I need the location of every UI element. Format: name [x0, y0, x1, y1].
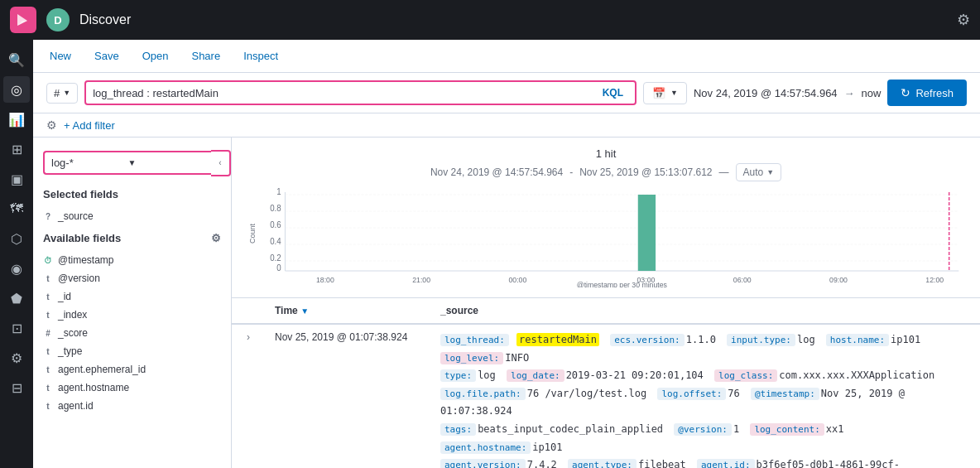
- field-item-timestamp[interactable]: ⏱ @timestamp: [33, 251, 231, 269]
- svg-text:00:00: 00:00: [509, 276, 527, 284]
- available-fields-gear-icon[interactable]: ⚙: [211, 232, 221, 244]
- refresh-button[interactable]: ↻ Refresh: [887, 80, 967, 106]
- field-val-hostname: ip101: [891, 334, 920, 345]
- nav-icon-graph[interactable]: ◉: [3, 255, 30, 282]
- date-picker[interactable]: 📅 ▼: [643, 82, 687, 104]
- field-name-index: _index: [58, 309, 87, 321]
- settings-icon[interactable]: ⚙: [957, 12, 970, 28]
- search-input[interactable]: [93, 87, 598, 99]
- svg-rect-20: [638, 195, 656, 271]
- field-type-index: t: [43, 311, 53, 320]
- field-selector[interactable]: # ▼: [46, 83, 78, 104]
- field-key-timestamp2: @timestamp:: [751, 388, 819, 400]
- svg-text:0.2: 0.2: [270, 253, 281, 263]
- chart-area: 1 0.8 0.6 0.4 0.2 0: [245, 188, 967, 287]
- fields-sidebar: log-* ▼ ‹ Selected fields ? _source: [33, 138, 232, 468]
- hits-count: 1 hit: [245, 147, 967, 160]
- field-val-atversion: 1: [733, 423, 745, 435]
- field-item-index[interactable]: t _index: [33, 306, 231, 324]
- col-time-header[interactable]: Time ▼: [265, 305, 430, 316]
- chevron-down-icon: ▼: [63, 89, 70, 97]
- auto-label: Auto: [743, 166, 764, 178]
- field-key-agenthostname: agent.hostname:: [440, 441, 531, 454]
- expand-row-button[interactable]: ›: [247, 331, 250, 343]
- svg-text:0.4: 0.4: [270, 237, 281, 246]
- auto-selector[interactable]: Auto ▼: [736, 163, 782, 181]
- chart-date-end: Nov 25, 2019 @ 15:13:07.612: [579, 166, 712, 178]
- field-type-timestamp: ⏱: [43, 256, 53, 265]
- field-type-ephemeral: t: [43, 365, 53, 374]
- field-val-logoffset: 76: [728, 388, 746, 399]
- svg-text:21:00: 21:00: [412, 276, 430, 284]
- date-start: Nov 24, 2019 @ 14:57:54.964: [694, 87, 838, 99]
- index-pattern-selector[interactable]: log-* ▼: [43, 151, 211, 175]
- nav-icon-apm[interactable]: ⬟: [3, 285, 30, 311]
- add-filter-button[interactable]: + Add filter: [64, 119, 115, 132]
- nav-share[interactable]: Share: [188, 50, 223, 62]
- field-item-hostname[interactable]: t agent.hostname: [33, 379, 231, 397]
- field-val-logclass: com.xxx.xxx.XXXApplication: [779, 369, 934, 381]
- field-key-tags: tags:: [440, 423, 476, 436]
- field-key-logcontent: log_content:: [750, 423, 824, 436]
- svg-text:0.6: 0.6: [270, 220, 281, 229]
- filter-gear-icon[interactable]: ⚙: [46, 118, 57, 132]
- nav-new[interactable]: New: [46, 50, 74, 62]
- chart-dash: —: [719, 166, 729, 178]
- nav-icon-ml[interactable]: ⬡: [3, 225, 30, 252]
- highlight-restartedmain: restartedMain: [516, 333, 599, 346]
- nav-icon-dev[interactable]: ⚙: [3, 345, 30, 371]
- nav-icon-dashboard[interactable]: ⊞: [3, 136, 30, 162]
- field-item-version[interactable]: t @version: [33, 269, 231, 287]
- nav-open[interactable]: Open: [139, 50, 172, 62]
- nav-icon-maps[interactable]: 🗺: [3, 195, 30, 222]
- field-key-logthread: log_thread:: [440, 334, 509, 346]
- content-area: 1 hit Nov 24, 2019 @ 14:57:54.964 - Nov …: [232, 138, 980, 468]
- field-val-ecsversion: 1.1.0: [686, 334, 722, 345]
- field-type-hostname: t: [43, 384, 53, 393]
- field-item-ephemeral[interactable]: t agent.ephemeral_id: [33, 360, 231, 379]
- nav-icon-canvas[interactable]: ▣: [3, 166, 30, 192]
- field-val-tags: beats_input_codec_plain_applied: [478, 423, 669, 435]
- kql-badge[interactable]: KQL: [598, 85, 628, 100]
- col-source-header: _source: [430, 305, 980, 316]
- field-val-agenttype: filebeat: [638, 459, 692, 468]
- chart-date-start: Nov 24, 2019 @ 14:57:54.964: [430, 166, 563, 178]
- index-pattern-value: log-*: [51, 157, 128, 169]
- nav-icon-search[interactable]: 🔍: [3, 46, 30, 73]
- field-item-agentid[interactable]: t agent.id: [33, 397, 231, 415]
- field-item-type[interactable]: t _type: [33, 342, 231, 360]
- field-type-id: t: [43, 292, 53, 302]
- svg-text:0: 0: [276, 263, 281, 273]
- calendar-icon: 📅: [652, 87, 665, 99]
- svg-text:12:00: 12:00: [925, 276, 944, 284]
- row-source: log_thread: restartedMain ecs.version:1.…: [430, 325, 980, 468]
- svg-text:09:00: 09:00: [829, 276, 848, 284]
- date-arrow: →: [844, 87, 855, 99]
- field-item-score[interactable]: # _score: [33, 324, 231, 342]
- nav-save[interactable]: Save: [91, 50, 122, 62]
- field-val-type: log: [478, 369, 502, 381]
- field-key-inputtype: input.type:: [727, 334, 795, 346]
- chart-container: 1 hit Nov 24, 2019 @ 14:57:54.964 - Nov …: [232, 138, 980, 298]
- field-name-timestamp: @timestamp: [58, 254, 114, 266]
- field-key-agenttype: agent.type:: [568, 459, 637, 468]
- selected-fields-header: Selected fields: [33, 181, 231, 207]
- nav-inspect[interactable]: Inspect: [240, 50, 281, 62]
- nav-icon-stack[interactable]: ⊟: [3, 374, 30, 401]
- field-item-id[interactable]: t _id: [33, 287, 231, 306]
- source-text: log_thread: restartedMain ecs.version:1.…: [440, 334, 939, 468]
- field-val-agenthostname: ip101: [532, 441, 562, 453]
- kibana-logo[interactable]: [10, 7, 36, 33]
- field-key-type: type:: [440, 369, 476, 382]
- field-type-agentid: t: [43, 402, 53, 411]
- nav-icon-visualize[interactable]: 📊: [3, 106, 30, 133]
- sidebar-collapse-btn[interactable]: ‹: [211, 150, 231, 176]
- nav-icon-uptime[interactable]: ⊡: [3, 315, 30, 341]
- field-name-ephemeral: agent.ephemeral_id: [58, 364, 146, 375]
- search-bar: # ▼ KQL 📅 ▼ Nov 24, 2019 @ 14:57:54.964 …: [33, 73, 980, 113]
- field-item-source[interactable]: ? _source: [33, 207, 231, 225]
- field-key-logoffset: log.offset:: [657, 388, 726, 400]
- nav-icon-discover[interactable]: ◎: [3, 76, 30, 103]
- chart-date-range: Nov 24, 2019 @ 14:57:54.964 - Nov 25, 20…: [245, 163, 967, 181]
- results-table: Time ▼ _source › Nov 25, 2019 @ 01:07:38…: [232, 298, 980, 468]
